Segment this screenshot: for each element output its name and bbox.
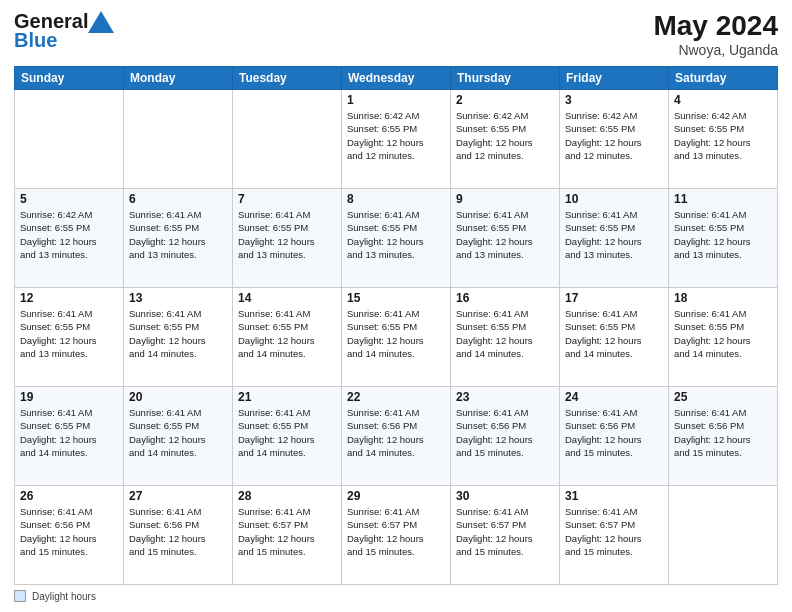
day-number: 12: [20, 291, 118, 305]
calendar-day-header: Friday: [560, 67, 669, 90]
page-title: May 2024: [653, 10, 778, 42]
day-number: 16: [456, 291, 554, 305]
day-number: 28: [238, 489, 336, 503]
calendar-cell: 19Sunrise: 6:41 AM Sunset: 6:55 PM Dayli…: [15, 387, 124, 486]
day-number: 19: [20, 390, 118, 404]
day-number: 23: [456, 390, 554, 404]
calendar-cell: 9Sunrise: 6:41 AM Sunset: 6:55 PM Daylig…: [451, 189, 560, 288]
logo: General Blue: [14, 10, 114, 52]
svg-marker-0: [88, 11, 114, 33]
day-info: Sunrise: 6:41 AM Sunset: 6:57 PM Dayligh…: [456, 505, 554, 558]
calendar-cell: 14Sunrise: 6:41 AM Sunset: 6:55 PM Dayli…: [233, 288, 342, 387]
day-number: 26: [20, 489, 118, 503]
calendar-cell: 23Sunrise: 6:41 AM Sunset: 6:56 PM Dayli…: [451, 387, 560, 486]
calendar-cell: [233, 90, 342, 189]
calendar-cell: 18Sunrise: 6:41 AM Sunset: 6:55 PM Dayli…: [669, 288, 778, 387]
logo-icon: [88, 11, 114, 33]
calendar-cell: 12Sunrise: 6:41 AM Sunset: 6:55 PM Dayli…: [15, 288, 124, 387]
calendar-cell: 7Sunrise: 6:41 AM Sunset: 6:55 PM Daylig…: [233, 189, 342, 288]
calendar-cell: 24Sunrise: 6:41 AM Sunset: 6:56 PM Dayli…: [560, 387, 669, 486]
day-info: Sunrise: 6:41 AM Sunset: 6:55 PM Dayligh…: [129, 307, 227, 360]
day-number: 4: [674, 93, 772, 107]
calendar-day-header: Tuesday: [233, 67, 342, 90]
calendar-cell: 30Sunrise: 6:41 AM Sunset: 6:57 PM Dayli…: [451, 486, 560, 585]
day-number: 1: [347, 93, 445, 107]
title-block: May 2024 Nwoya, Uganda: [653, 10, 778, 58]
calendar-day-header: Saturday: [669, 67, 778, 90]
calendar-cell: 26Sunrise: 6:41 AM Sunset: 6:56 PM Dayli…: [15, 486, 124, 585]
daylight-label: Daylight hours: [32, 591, 96, 602]
day-info: Sunrise: 6:41 AM Sunset: 6:55 PM Dayligh…: [565, 307, 663, 360]
day-info: Sunrise: 6:41 AM Sunset: 6:55 PM Dayligh…: [129, 208, 227, 261]
calendar-cell: 11Sunrise: 6:41 AM Sunset: 6:55 PM Dayli…: [669, 189, 778, 288]
calendar-cell: 25Sunrise: 6:41 AM Sunset: 6:56 PM Dayli…: [669, 387, 778, 486]
calendar-cell: 22Sunrise: 6:41 AM Sunset: 6:56 PM Dayli…: [342, 387, 451, 486]
day-info: Sunrise: 6:41 AM Sunset: 6:56 PM Dayligh…: [456, 406, 554, 459]
day-info: Sunrise: 6:41 AM Sunset: 6:57 PM Dayligh…: [347, 505, 445, 558]
calendar-cell: 5Sunrise: 6:42 AM Sunset: 6:55 PM Daylig…: [15, 189, 124, 288]
day-info: Sunrise: 6:42 AM Sunset: 6:55 PM Dayligh…: [347, 109, 445, 162]
day-number: 5: [20, 192, 118, 206]
day-info: Sunrise: 6:41 AM Sunset: 6:55 PM Dayligh…: [674, 208, 772, 261]
calendar-cell: 16Sunrise: 6:41 AM Sunset: 6:55 PM Dayli…: [451, 288, 560, 387]
day-info: Sunrise: 6:41 AM Sunset: 6:55 PM Dayligh…: [129, 406, 227, 459]
calendar-week-row: 5Sunrise: 6:42 AM Sunset: 6:55 PM Daylig…: [15, 189, 778, 288]
calendar-cell: 31Sunrise: 6:41 AM Sunset: 6:57 PM Dayli…: [560, 486, 669, 585]
day-number: 9: [456, 192, 554, 206]
calendar-day-header: Monday: [124, 67, 233, 90]
calendar-cell: [15, 90, 124, 189]
day-info: Sunrise: 6:41 AM Sunset: 6:57 PM Dayligh…: [565, 505, 663, 558]
day-number: 13: [129, 291, 227, 305]
day-number: 11: [674, 192, 772, 206]
day-number: 17: [565, 291, 663, 305]
calendar-cell: 13Sunrise: 6:41 AM Sunset: 6:55 PM Dayli…: [124, 288, 233, 387]
calendar-cell: 4Sunrise: 6:42 AM Sunset: 6:55 PM Daylig…: [669, 90, 778, 189]
day-number: 27: [129, 489, 227, 503]
daylight-box: [14, 590, 26, 602]
calendar-week-row: 1Sunrise: 6:42 AM Sunset: 6:55 PM Daylig…: [15, 90, 778, 189]
calendar-cell: 2Sunrise: 6:42 AM Sunset: 6:55 PM Daylig…: [451, 90, 560, 189]
day-info: Sunrise: 6:42 AM Sunset: 6:55 PM Dayligh…: [20, 208, 118, 261]
calendar-cell: 1Sunrise: 6:42 AM Sunset: 6:55 PM Daylig…: [342, 90, 451, 189]
day-number: 29: [347, 489, 445, 503]
day-number: 24: [565, 390, 663, 404]
calendar-header-row: SundayMondayTuesdayWednesdayThursdayFrid…: [15, 67, 778, 90]
day-info: Sunrise: 6:41 AM Sunset: 6:55 PM Dayligh…: [674, 307, 772, 360]
day-info: Sunrise: 6:41 AM Sunset: 6:57 PM Dayligh…: [238, 505, 336, 558]
calendar-cell: 29Sunrise: 6:41 AM Sunset: 6:57 PM Dayli…: [342, 486, 451, 585]
day-info: Sunrise: 6:41 AM Sunset: 6:55 PM Dayligh…: [456, 208, 554, 261]
day-number: 25: [674, 390, 772, 404]
calendar-day-header: Wednesday: [342, 67, 451, 90]
calendar-week-row: 19Sunrise: 6:41 AM Sunset: 6:55 PM Dayli…: [15, 387, 778, 486]
day-number: 18: [674, 291, 772, 305]
calendar-cell: 17Sunrise: 6:41 AM Sunset: 6:55 PM Dayli…: [560, 288, 669, 387]
calendar-day-header: Thursday: [451, 67, 560, 90]
day-info: Sunrise: 6:42 AM Sunset: 6:55 PM Dayligh…: [456, 109, 554, 162]
calendar-cell: 20Sunrise: 6:41 AM Sunset: 6:55 PM Dayli…: [124, 387, 233, 486]
calendar-cell: [124, 90, 233, 189]
day-info: Sunrise: 6:41 AM Sunset: 6:55 PM Dayligh…: [456, 307, 554, 360]
day-info: Sunrise: 6:41 AM Sunset: 6:55 PM Dayligh…: [20, 307, 118, 360]
page: General Blue May 2024 Nwoya, Uganda Sund…: [0, 0, 792, 612]
header: General Blue May 2024 Nwoya, Uganda: [14, 10, 778, 58]
day-info: Sunrise: 6:41 AM Sunset: 6:55 PM Dayligh…: [347, 307, 445, 360]
day-info: Sunrise: 6:41 AM Sunset: 6:55 PM Dayligh…: [238, 208, 336, 261]
day-number: 3: [565, 93, 663, 107]
day-info: Sunrise: 6:41 AM Sunset: 6:56 PM Dayligh…: [20, 505, 118, 558]
calendar-cell: 15Sunrise: 6:41 AM Sunset: 6:55 PM Dayli…: [342, 288, 451, 387]
day-info: Sunrise: 6:42 AM Sunset: 6:55 PM Dayligh…: [565, 109, 663, 162]
day-number: 14: [238, 291, 336, 305]
day-number: 22: [347, 390, 445, 404]
day-number: 2: [456, 93, 554, 107]
day-info: Sunrise: 6:42 AM Sunset: 6:55 PM Dayligh…: [674, 109, 772, 162]
day-number: 8: [347, 192, 445, 206]
day-number: 7: [238, 192, 336, 206]
calendar-cell: 28Sunrise: 6:41 AM Sunset: 6:57 PM Dayli…: [233, 486, 342, 585]
day-info: Sunrise: 6:41 AM Sunset: 6:55 PM Dayligh…: [347, 208, 445, 261]
calendar-week-row: 12Sunrise: 6:41 AM Sunset: 6:55 PM Dayli…: [15, 288, 778, 387]
calendar-day-header: Sunday: [15, 67, 124, 90]
calendar-cell: 21Sunrise: 6:41 AM Sunset: 6:55 PM Dayli…: [233, 387, 342, 486]
day-info: Sunrise: 6:41 AM Sunset: 6:56 PM Dayligh…: [347, 406, 445, 459]
day-number: 21: [238, 390, 336, 404]
day-info: Sunrise: 6:41 AM Sunset: 6:55 PM Dayligh…: [20, 406, 118, 459]
